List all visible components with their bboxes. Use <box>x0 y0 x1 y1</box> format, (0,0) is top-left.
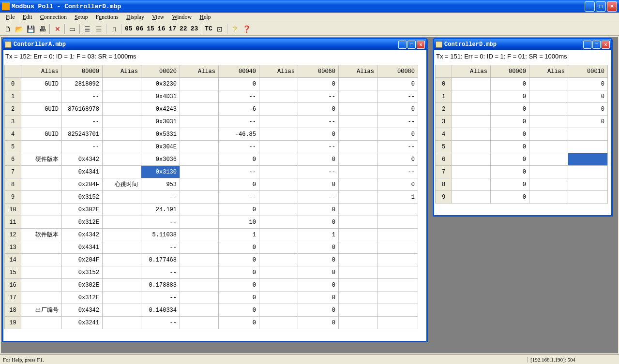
column-header[interactable]: 00040 <box>219 65 259 78</box>
grid-cell[interactable]: 0 <box>298 153 339 166</box>
close-button[interactable]: × <box>607 1 617 12</box>
grid-cell[interactable]: 0 <box>219 317 259 329</box>
row-header[interactable]: 14 <box>5 254 21 266</box>
grid-cell[interactable]: -6 <box>219 103 259 116</box>
grid-cell[interactable]: 0x3230 <box>141 78 180 90</box>
grid-cell[interactable]: 0 <box>491 191 529 204</box>
grid-cell[interactable]: 0x4342 <box>62 229 103 241</box>
grid-cell[interactable]: 24.191 <box>141 204 180 216</box>
print-icon[interactable]: 🖶 <box>37 24 48 34</box>
grid-cell[interactable]: 硬件版本 <box>21 153 62 166</box>
grid-cell[interactable] <box>103 141 141 153</box>
grid-cell[interactable] <box>259 254 298 266</box>
row-header[interactable]: 19 <box>5 317 21 329</box>
grid-cell[interactable]: 0.140334 <box>141 304 180 317</box>
grid-cell[interactable] <box>180 128 219 141</box>
grid-cell[interactable]: 2818092 <box>62 78 103 90</box>
grid-cell[interactable] <box>259 229 298 241</box>
grid-cell[interactable]: 0x3152 <box>62 191 103 204</box>
grid-cell[interactable] <box>452 153 491 166</box>
grid-cell[interactable]: -- <box>141 317 180 329</box>
grid-cell[interactable]: 0x204F <box>62 254 103 266</box>
grid-cell[interactable] <box>180 78 219 90</box>
grid-cell[interactable] <box>529 128 568 141</box>
grid-cell[interactable] <box>180 216 219 229</box>
grid-cell[interactable]: 0x3031 <box>141 116 180 128</box>
row-header[interactable]: 3 <box>5 116 21 128</box>
child-titlebar-d[interactable]: ControllerD.mbp _ □ × <box>434 39 611 50</box>
column-header[interactable]: Alias <box>259 65 298 78</box>
grid-cell[interactable]: 0 <box>298 241 339 254</box>
grid-cell[interactable]: 5.11038 <box>141 229 180 241</box>
grid-cell[interactable] <box>259 191 298 204</box>
grid-cell[interactable]: 876168978 <box>62 103 103 116</box>
grid-cell[interactable] <box>259 291 298 304</box>
pulse-icon[interactable]: ⎍ <box>108 24 120 34</box>
grid-cell[interactable] <box>568 178 608 191</box>
column-header[interactable]: 00060 <box>298 65 339 78</box>
grid-cell[interactable] <box>339 216 377 229</box>
grid-cell[interactable]: 0x4341 <box>62 241 103 254</box>
grid-cell[interactable] <box>103 153 141 166</box>
grid-cell[interactable]: 0 <box>219 204 259 216</box>
child-a-min-button[interactable]: _ <box>398 41 407 49</box>
row-header[interactable]: 4 <box>5 128 21 141</box>
grid-cell[interactable] <box>568 141 608 153</box>
minimize-button[interactable]: _ <box>585 1 595 12</box>
grid-cell[interactable]: 0 <box>298 78 339 90</box>
grid-cell[interactable] <box>21 291 62 304</box>
grid-cell[interactable]: 0 <box>298 304 339 317</box>
grid-cell[interactable] <box>103 317 141 329</box>
grid-cell[interactable]: -- <box>62 141 103 153</box>
grid-cell[interactable]: 0 <box>219 78 259 90</box>
grid-cell[interactable] <box>377 241 418 254</box>
row-header[interactable]: 13 <box>5 241 21 254</box>
row-header[interactable]: 6 <box>5 153 21 166</box>
grid-cell[interactable]: 0 <box>219 266 259 279</box>
grid-cell[interactable] <box>377 266 418 279</box>
row-header[interactable]: 1 <box>5 90 21 103</box>
child-d-close-button[interactable]: × <box>602 41 610 49</box>
menu-functions[interactable]: Functions <box>91 13 122 22</box>
disconnect-icon[interactable]: ✕ <box>52 24 63 34</box>
grid-cell[interactable]: 0x3152 <box>62 266 103 279</box>
grid-cell[interactable]: 0x4D31 <box>141 90 180 103</box>
row-header[interactable]: 8 <box>5 178 21 191</box>
grid-cell[interactable]: 0 <box>491 128 529 141</box>
grid-cell[interactable] <box>339 153 377 166</box>
grid-cell[interactable] <box>339 266 377 279</box>
grid-cell[interactable] <box>339 229 377 241</box>
grid-cell[interactable]: -- <box>141 241 180 254</box>
grid-cell[interactable] <box>103 241 141 254</box>
grid-cell[interactable]: 软件版本 <box>21 229 62 241</box>
grid-cell[interactable] <box>339 90 377 103</box>
grid-cell[interactable] <box>103 279 141 291</box>
grid-cell[interactable]: -- <box>219 141 259 153</box>
grid-cell[interactable] <box>529 141 568 153</box>
grid-cell[interactable] <box>21 116 62 128</box>
grid-cell[interactable]: 1 <box>377 191 418 204</box>
grid-cell[interactable] <box>103 254 141 266</box>
grid-cell[interactable] <box>180 229 219 241</box>
grid-cell[interactable]: 0.177468 <box>141 254 180 266</box>
grid-cell[interactable]: 0 <box>491 90 529 103</box>
grid-cell[interactable]: 0 <box>298 279 339 291</box>
grid-cell[interactable]: -- <box>219 191 259 204</box>
new-icon[interactable]: 🗋 <box>2 24 13 34</box>
grid-cell[interactable]: -- <box>219 90 259 103</box>
child-a-close-button[interactable]: × <box>417 41 425 49</box>
grid-cell[interactable] <box>180 191 219 204</box>
grid-cell[interactable] <box>529 90 568 103</box>
row-header[interactable]: 5 <box>5 141 21 153</box>
grid-cell[interactable]: -- <box>298 166 339 178</box>
maximize-button[interactable]: □ <box>596 1 606 12</box>
grid-cell[interactable] <box>180 204 219 216</box>
grid-cell[interactable]: 0 <box>298 178 339 191</box>
menu-connection[interactable]: Connection <box>36 13 71 22</box>
grid-cell[interactable]: -- <box>377 90 418 103</box>
grid-cell[interactable] <box>377 229 418 241</box>
grid-cell[interactable]: 0 <box>298 204 339 216</box>
grid-cell[interactable] <box>339 241 377 254</box>
grid-cell[interactable]: 0 <box>219 178 259 191</box>
tb-fc-17[interactable]: 17 <box>167 25 178 32</box>
